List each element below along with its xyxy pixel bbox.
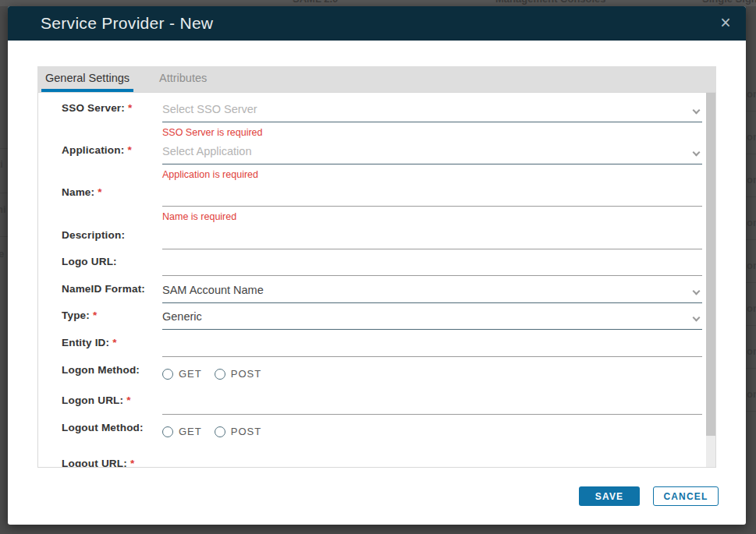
background-text-fragment: Management Consoles — [495, 0, 606, 5]
background-row-divider — [746, 325, 756, 326]
radio-label: GET — [179, 426, 202, 437]
save-button[interactable]: SAVE — [579, 486, 640, 506]
select-placeholder: Select SSO Server — [162, 102, 702, 115]
vertical-scrollbar[interactable] — [706, 93, 715, 467]
background-text-fragment: on — [747, 260, 756, 271]
type-select[interactable]: Generic — [162, 309, 702, 330]
background-text-fragment: Single Sign-O — [702, 0, 756, 5]
logon-url-input[interactable] — [162, 394, 702, 415]
background-row-divider — [746, 111, 756, 111]
form-scroll-panel: SSO Server:* Select SSO Server SSO Serve… — [37, 92, 716, 468]
field-label: Logout URL:* — [62, 458, 134, 468]
field-label: Name:* — [62, 186, 102, 198]
modal-header: Service Provider - New × — [8, 6, 746, 41]
tab-label: Attributes — [159, 72, 207, 84]
sso-server-select[interactable]: Select SSO Server — [162, 102, 702, 122]
tab-attributes[interactable]: Attributes — [155, 66, 211, 92]
modal-footer: SAVE CANCEL — [579, 486, 719, 506]
field-label: NameID Format: — [62, 283, 145, 295]
background-row-divider — [746, 196, 756, 197]
logout-get-radio[interactable] — [162, 426, 173, 437]
logon-get-radio[interactable] — [162, 369, 173, 380]
background-row-divider — [0, 236, 8, 237]
background-text-fragment: on — [747, 345, 756, 357]
logon-method-radio-group: GET POST — [162, 368, 274, 380]
field-label: Description: — [62, 229, 125, 241]
cancel-button[interactable]: CANCEL — [653, 486, 719, 506]
required-marker: * — [112, 337, 116, 348]
required-marker: * — [127, 144, 131, 156]
close-icon[interactable]: × — [716, 12, 735, 34]
background-row-divider — [746, 154, 756, 154]
required-marker: * — [93, 309, 97, 321]
field-label: Entity ID:* — [62, 337, 117, 348]
background-page-header: SAML 2.0 Management Consoles Single Sign… — [0, 0, 756, 6]
scrollbar-thumb[interactable] — [706, 93, 715, 436]
background-text-fragment: ti — [0, 158, 3, 170]
nameid-format-select[interactable]: SAM Account Name — [162, 283, 702, 303]
field-label: SSO Server:* — [62, 102, 132, 114]
field-label: Logon URL:* — [62, 394, 131, 406]
field-label: Logout Method: — [62, 422, 144, 433]
logout-method-radio-group: GET POST — [162, 426, 274, 437]
field-label: Logon Method: — [62, 364, 140, 376]
background-text-fragment: e — [0, 248, 4, 260]
background-text-fragment: ni — [0, 203, 6, 215]
required-marker: * — [128, 102, 132, 114]
field-label: Logo URL: — [62, 256, 117, 267]
description-input[interactable] — [162, 229, 702, 249]
name-input[interactable] — [162, 186, 702, 207]
radio-label: POST — [231, 368, 261, 380]
background-row-divider — [746, 411, 756, 412]
tab-general-settings[interactable]: General Settings — [41, 66, 133, 92]
background-row-divider — [746, 282, 756, 283]
field-label: Type:* — [62, 309, 97, 321]
validation-error: Application is required — [162, 169, 258, 180]
entity-id-input[interactable] — [162, 337, 702, 357]
background-text-fragment: on — [747, 88, 756, 100]
field-label: Application:* — [62, 144, 132, 156]
background-row-divider — [746, 239, 756, 240]
background-text-fragment: on — [747, 388, 756, 400]
required-marker: * — [98, 186, 101, 198]
background-row-divider — [0, 193, 8, 193]
radio-label: GET — [179, 368, 202, 380]
background-text-fragment: on — [747, 302, 756, 314]
tab-label: General Settings — [45, 72, 130, 84]
background-row-divider — [0, 148, 8, 149]
logo-url-input[interactable] — [162, 256, 702, 276]
validation-error: SSO Server is required — [162, 127, 263, 138]
tab-bar: General Settings Attributes — [37, 66, 716, 92]
background-text-fragment: on — [747, 131, 756, 143]
application-select[interactable]: Select Application — [162, 144, 702, 164]
background-text-fragment: SAML 2.0 — [293, 0, 338, 5]
required-marker: * — [130, 458, 134, 468]
background-text-fragment: on — [747, 217, 756, 228]
select-value: Generic — [162, 309, 702, 323]
background-text-fragment: on — [747, 174, 756, 186]
required-marker: * — [126, 394, 130, 406]
select-placeholder: Select Application — [162, 144, 702, 157]
service-provider-modal: Service Provider - New × General Setting… — [8, 6, 746, 525]
background-row-divider — [746, 368, 756, 369]
select-value: SAM Account Name — [162, 283, 702, 296]
validation-error: Name is required — [162, 211, 236, 222]
logon-post-radio[interactable] — [215, 369, 225, 380]
radio-label: POST — [231, 426, 261, 437]
modal-title: Service Provider - New — [41, 6, 213, 41]
logout-post-radio[interactable] — [215, 426, 225, 437]
